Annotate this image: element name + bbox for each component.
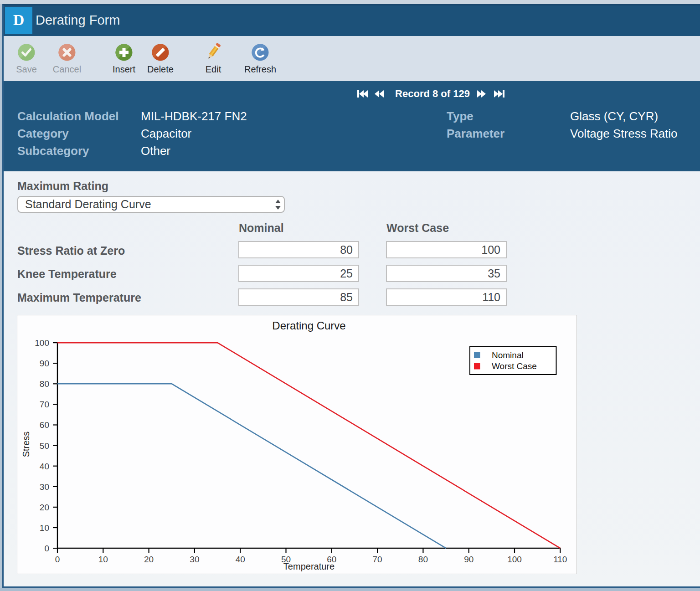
svg-text:10: 10 xyxy=(98,555,108,564)
svg-text:20: 20 xyxy=(40,503,49,512)
svg-text:50: 50 xyxy=(40,441,49,451)
svg-text:70: 70 xyxy=(40,400,49,409)
svg-text:0: 0 xyxy=(55,555,60,564)
svg-text:Temperature: Temperature xyxy=(283,561,335,571)
svg-text:10: 10 xyxy=(40,523,49,533)
svg-text:110: 110 xyxy=(553,555,567,564)
svg-text:Derating Curve: Derating Curve xyxy=(272,319,345,332)
svg-text:Stress: Stress xyxy=(21,432,31,457)
svg-text:100: 100 xyxy=(507,555,522,564)
svg-text:80: 80 xyxy=(40,379,49,389)
svg-text:40: 40 xyxy=(40,462,49,471)
svg-text:100: 100 xyxy=(35,338,49,348)
svg-text:70: 70 xyxy=(373,555,382,564)
svg-text:80: 80 xyxy=(418,555,428,564)
svg-text:30: 30 xyxy=(40,482,49,492)
svg-text:Nominal: Nominal xyxy=(492,350,524,360)
svg-text:20: 20 xyxy=(144,555,154,564)
svg-text:60: 60 xyxy=(40,420,49,430)
svg-text:30: 30 xyxy=(190,555,199,564)
svg-text:0: 0 xyxy=(44,544,49,553)
svg-text:90: 90 xyxy=(464,555,474,564)
svg-text:40: 40 xyxy=(236,555,245,564)
svg-text:Worst Case: Worst Case xyxy=(492,361,537,371)
svg-text:90: 90 xyxy=(40,359,49,368)
